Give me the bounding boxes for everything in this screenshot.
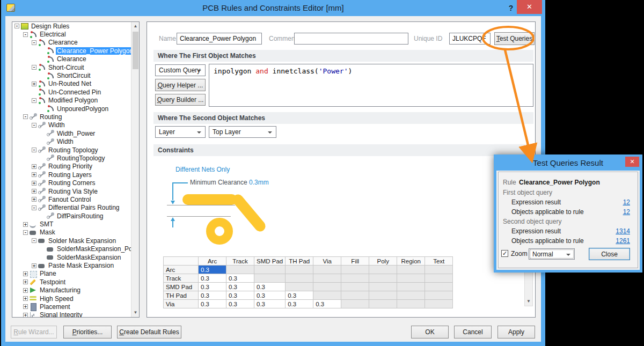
matrix-cell[interactable] (341, 283, 369, 291)
collapse-icon[interactable]: - (32, 98, 36, 103)
tree-item[interactable]: -Mask (12, 229, 131, 237)
matrix-cell[interactable]: 0.3 (226, 291, 254, 300)
expand-icon[interactable]: + (23, 279, 28, 284)
matrix-cell[interactable]: 0.3 (286, 291, 313, 300)
matrix-cell[interactable] (313, 283, 341, 291)
create-default-rules-button[interactable]: Create Default Rules (117, 326, 181, 338)
ok-button[interactable]: OK (411, 326, 449, 338)
matrix-cell[interactable] (425, 274, 453, 283)
matrix-cell[interactable] (369, 300, 397, 308)
matrix-cell[interactable] (286, 274, 313, 283)
tree-item[interactable]: -Routing Topology (12, 146, 131, 154)
expand-icon[interactable]: + (32, 164, 36, 169)
tree-item[interactable]: -Short-Circuit (12, 63, 131, 71)
tree-scroll-thumb[interactable] (133, 32, 138, 69)
matrix-cell[interactable] (397, 283, 425, 291)
tree-item[interactable]: -Routing (12, 113, 131, 121)
zoom-mode-dropdown[interactable]: Normal (529, 248, 575, 260)
matrix-cell[interactable] (313, 291, 341, 300)
matrix-cell[interactable] (286, 266, 313, 274)
collapse-icon[interactable]: - (23, 32, 28, 37)
matrix-cell[interactable] (369, 274, 397, 283)
matrix-cell[interactable]: 0.3 (254, 291, 286, 300)
matrix-cell[interactable] (425, 266, 453, 274)
tree-item[interactable]: +Testpoint (12, 278, 131, 286)
name-input[interactable] (177, 33, 262, 45)
matrix-cell[interactable] (369, 291, 397, 300)
matrix-cell[interactable] (286, 283, 313, 291)
matrix-cell[interactable]: 0.3 (199, 291, 226, 300)
matrix-cell[interactable] (341, 300, 369, 308)
unique-id-input[interactable] (449, 33, 491, 45)
matrix-cell[interactable]: 0.3 (286, 300, 313, 308)
matrix-cell[interactable] (397, 291, 425, 300)
tree-item[interactable]: +Plane (12, 270, 131, 278)
tree-item[interactable]: +Paste Mask Expansion (12, 261, 131, 269)
tree-item[interactable]: -Width (12, 121, 131, 129)
matrix-cell[interactable] (369, 266, 397, 274)
matrix-cell[interactable]: 0.3 (199, 274, 226, 283)
comment-input[interactable] (294, 33, 408, 45)
collapse-icon[interactable]: - (23, 114, 28, 119)
matrix-cell[interactable] (397, 266, 425, 274)
tree-item[interactable]: -Clearance (12, 39, 131, 47)
popup-close-button[interactable]: ✕ (625, 157, 639, 167)
tree-item[interactable]: ShortCircuit (12, 71, 131, 79)
expand-icon[interactable]: + (23, 222, 28, 227)
constraints-scroll-down-icon[interactable]: ▼ (525, 297, 532, 306)
tree-item[interactable]: +Signal Integrity (12, 311, 131, 317)
test-queries-button[interactable]: Test Queries (494, 32, 535, 45)
matrix-cell[interactable]: 0.3 (226, 283, 254, 291)
matrix-cell[interactable] (425, 300, 453, 308)
tree-item[interactable]: -Differential Pairs Routing (12, 204, 131, 212)
result-count-link[interactable]: 12 (623, 208, 630, 216)
expand-icon[interactable]: + (23, 304, 28, 309)
expand-icon[interactable]: + (32, 172, 36, 177)
tree-item[interactable]: Un-Connected Pin (12, 88, 131, 96)
tree-item[interactable]: Width (12, 137, 131, 145)
matrix-cell[interactable] (397, 274, 425, 283)
rule-wizard-button[interactable]: Rule Wizard... (11, 326, 57, 338)
matrix-cell[interactable] (341, 266, 369, 274)
scope-value-dropdown[interactable]: Top Layer (209, 126, 276, 138)
title-bar[interactable]: PCB Rules and Constraints Editor [mm] ? … (1, 0, 545, 16)
matrix-cell[interactable]: 0.3 (199, 283, 226, 291)
result-count-link[interactable]: 12 (623, 198, 630, 207)
collapse-icon[interactable]: - (32, 123, 36, 128)
matrix-cell[interactable]: 0.3 (254, 283, 286, 291)
expand-icon[interactable]: + (32, 263, 36, 268)
tree-item[interactable]: +Routing Corners (12, 179, 131, 187)
expand-icon[interactable]: + (32, 189, 36, 194)
priorities-button[interactable]: Priorities... (63, 326, 112, 338)
matrix-cell[interactable] (397, 300, 425, 308)
tree-item[interactable]: +High Speed (12, 295, 131, 303)
collapse-icon[interactable]: - (14, 24, 19, 28)
close-button[interactable]: ✕ (517, 0, 542, 14)
matrix-cell[interactable] (425, 291, 453, 300)
tree-item[interactable]: +Manufacturing (12, 286, 131, 295)
matrix-cell[interactable] (254, 266, 286, 274)
matrix-cell[interactable]: 0.3 (254, 300, 286, 308)
expand-icon[interactable]: + (32, 181, 36, 186)
tree-item[interactable]: RoutingTopology (12, 154, 131, 162)
tree-item[interactable]: UnpouredPolygon (12, 105, 131, 113)
tree-item[interactable]: +Routing Layers (12, 171, 131, 179)
matrix-cell[interactable] (425, 283, 453, 291)
apply-button[interactable]: Apply (497, 326, 535, 338)
scope-kind-dropdown[interactable]: Layer (155, 126, 206, 138)
query-builder-button[interactable]: Query Builder ... (155, 94, 206, 106)
tree-item[interactable]: Width_Power (12, 129, 131, 137)
matrix-cell[interactable] (226, 266, 254, 274)
expand-icon[interactable]: + (23, 288, 28, 293)
popup-close-action-button[interactable]: Close (589, 248, 630, 260)
expand-icon[interactable]: + (32, 197, 36, 202)
expand-icon[interactable]: + (23, 313, 28, 317)
result-count-link[interactable]: 1314 (616, 227, 630, 235)
tree-item[interactable]: -Solder Mask Expansion (12, 237, 131, 245)
query-helper-button[interactable]: Query Helper ... (155, 79, 206, 91)
scroll-up-icon[interactable]: ▲ (131, 22, 140, 31)
result-count-link[interactable]: 1261 (616, 237, 630, 245)
tree-item[interactable]: DiffPairsRouting (12, 212, 131, 220)
matrix-cell[interactable] (313, 266, 341, 274)
tree-item[interactable]: -Electrical (12, 30, 131, 38)
